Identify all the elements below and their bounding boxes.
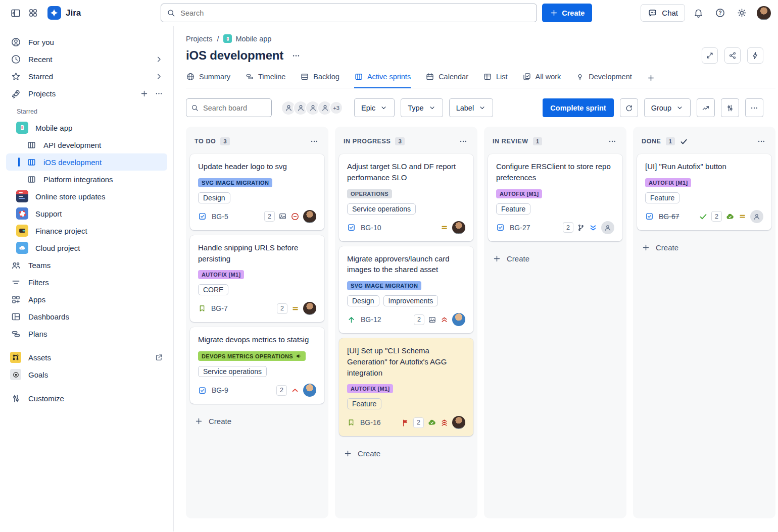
group-dropdown[interactable]: Group	[644, 98, 691, 117]
sidebar-project-cloud[interactable]: Cloud project	[6, 239, 167, 256]
column-create-button[interactable]: Create	[190, 412, 324, 431]
assignee-avatar[interactable]	[303, 302, 316, 315]
assignee-avatars[interactable]: +3	[281, 100, 343, 116]
issue-card-bg-10[interactable]: Adjust target SLO and DF report performa…	[339, 154, 473, 241]
sidebar-item-goals[interactable]: Goals	[6, 366, 167, 383]
board-search	[186, 98, 272, 117]
issue-card-bg-12[interactable]: Migrate approvers/launch card images to …	[339, 246, 473, 334]
breadcrumb-projects[interactable]: Projects	[186, 35, 212, 43]
app-switcher-button[interactable]	[24, 5, 41, 22]
sidebar-project-finance[interactable]: Finance project	[6, 222, 167, 239]
task-type-icon	[198, 386, 207, 395]
issue-card-bg-9[interactable]: Migrate devops metrics to statsig DEVOPS…	[190, 327, 324, 404]
label-chip: Improvements	[383, 295, 439, 306]
assignee-avatar[interactable]	[452, 416, 465, 429]
label-filter-dropdown[interactable]: Label	[449, 98, 493, 117]
card-title: Migrate devops metrics to statsig	[198, 334, 316, 345]
assignee-avatar[interactable]	[452, 313, 465, 326]
assignee-avatar[interactable]	[452, 221, 465, 234]
label-chip: Feature	[645, 192, 679, 203]
tab-active-sprints[interactable]: Active sprints	[354, 72, 411, 88]
tab-calendar[interactable]: Calendar	[425, 72, 468, 88]
flag-icon	[401, 418, 410, 427]
sprint-cycle-button[interactable]	[620, 98, 638, 117]
sidebar-item-filters[interactable]: Filters	[6, 274, 167, 291]
sidebar-board-platform-integrations[interactable]: Platform integrations	[6, 171, 167, 188]
column-create-button[interactable]: Create	[488, 249, 622, 268]
card-title: [UI] Set up "CLI Schema Generation" for …	[347, 345, 465, 378]
tab-all-work[interactable]: All work	[522, 72, 561, 88]
assignee-avatar[interactable]	[303, 384, 316, 397]
unassigned-avatar[interactable]	[750, 210, 763, 223]
attachment-image-icon	[278, 212, 287, 221]
tab-timeline[interactable]: Timeline	[245, 72, 285, 88]
column-create-button[interactable]: Create	[339, 444, 473, 463]
issue-card-bg-16[interactable]: [UI] Set up "CLI Schema Generation" for …	[339, 338, 473, 436]
breadcrumb-separator: /	[217, 35, 219, 43]
column-more-button[interactable]	[754, 135, 768, 147]
add-tab-button[interactable]	[647, 74, 655, 88]
loop-icon	[624, 103, 634, 113]
sidebar-item-customize[interactable]: Customize	[6, 390, 167, 407]
breadcrumb-project[interactable]: Mobile app	[223, 34, 271, 43]
column-more-button[interactable]	[456, 135, 470, 147]
epic-tag: AUTOFIX [M1]	[198, 270, 244, 279]
person-icon	[309, 103, 317, 112]
create-button[interactable]: Create	[542, 4, 592, 22]
settings-button[interactable]	[733, 5, 750, 22]
collapse-sidebar-button[interactable]	[7, 5, 24, 22]
jira-logo[interactable]	[47, 6, 61, 20]
assignee-overflow-badge[interactable]: +3	[329, 101, 343, 115]
sidebar-item-recent[interactable]: Recent	[6, 50, 167, 68]
global-search-input[interactable]	[161, 4, 537, 22]
sidebar-item-apps[interactable]: Apps	[6, 291, 167, 308]
fullscreen-button[interactable]	[702, 47, 718, 64]
column-create-button[interactable]: Create	[637, 238, 771, 257]
tab-list[interactable]: List	[483, 72, 508, 88]
chevron-down-icon	[428, 104, 436, 112]
card-title: Migrate approvers/launch card images to …	[347, 253, 465, 276]
sidebar-item-teams[interactable]: Teams	[6, 256, 167, 274]
sidebar-item-for-you[interactable]: For you	[6, 33, 167, 50]
plus-icon	[642, 243, 650, 252]
column-more-button[interactable]	[605, 135, 619, 147]
sidebar-item-assets[interactable]: Assets	[6, 349, 167, 366]
tab-summary[interactable]: Summary	[186, 72, 230, 88]
issue-card-bg-5[interactable]: Update header logo to svg SVG IMAGE MIGR…	[190, 154, 324, 230]
sidebar-board-ios-development[interactable]: iOS development	[6, 153, 167, 171]
label-chip: CORE	[198, 284, 228, 295]
issue-card-bg-7[interactable]: Handle snipping URLS before persisting A…	[190, 235, 324, 323]
issue-card-bg-67[interactable]: [UI] "Run Autofix" button AUTOFIX [M1] F…	[637, 154, 771, 230]
board-more-button[interactable]	[745, 98, 763, 117]
sidebar-board-api-development[interactable]: API development	[6, 136, 167, 153]
unassigned-avatar[interactable]	[601, 221, 614, 234]
share-button[interactable]	[724, 47, 741, 64]
sidebar-project-online-store-updates[interactable]: Online store updates	[6, 188, 167, 205]
sidebar-item-projects[interactable]: Projects	[6, 85, 167, 102]
tab-backlog[interactable]: Backlog	[300, 72, 339, 88]
label-chip: Service operations	[198, 366, 267, 377]
teams-icon	[10, 259, 21, 271]
sidebar-project-mobile-app[interactable]: Mobile app	[6, 119, 167, 136]
sidebar-item-plans[interactable]: Plans	[6, 325, 167, 342]
projects-more-icon[interactable]	[155, 89, 163, 98]
help-button[interactable]	[711, 5, 728, 22]
tab-development[interactable]: Development	[575, 72, 631, 88]
type-filter-dropdown[interactable]: Type	[401, 98, 443, 117]
epic-filter-dropdown[interactable]: Epic	[354, 98, 395, 117]
column-more-button[interactable]	[307, 135, 321, 147]
add-project-icon[interactable]	[140, 89, 149, 98]
notifications-button[interactable]	[690, 5, 707, 22]
insights-button[interactable]	[697, 98, 715, 117]
complete-sprint-button[interactable]: Complete sprint	[543, 98, 613, 117]
sidebar-project-support[interactable]: Support	[6, 205, 167, 222]
user-avatar[interactable]	[757, 6, 771, 20]
automation-button[interactable]	[747, 47, 763, 64]
sidebar-item-starred[interactable]: Starred	[6, 68, 167, 85]
issue-card-bg-27[interactable]: Configure ERSClient to store repo prefer…	[488, 154, 622, 241]
title-more-button[interactable]	[288, 48, 304, 63]
sidebar-item-dashboards[interactable]: Dashboards	[6, 308, 167, 325]
chat-button[interactable]: Chat	[641, 4, 685, 22]
assignee-avatar[interactable]	[303, 210, 316, 223]
view-settings-button[interactable]	[721, 98, 739, 117]
